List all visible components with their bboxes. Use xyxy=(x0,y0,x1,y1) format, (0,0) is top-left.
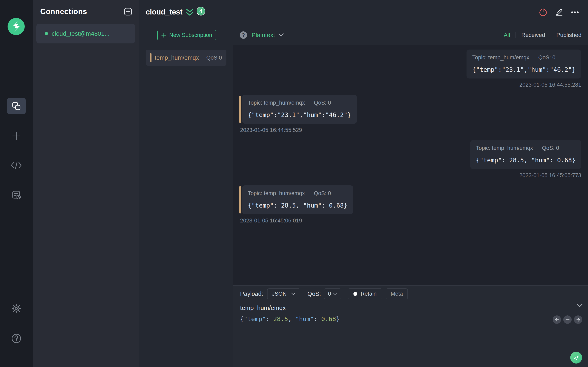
message-qos: QoS: 0 xyxy=(542,145,559,151)
gear-icon xyxy=(11,303,21,314)
payload-label: Payload: xyxy=(240,291,263,297)
history-next-button[interactable] xyxy=(574,315,582,324)
subscriptions-panel: New Subscription temp_hum/emqx QoS 0 xyxy=(139,25,233,367)
disconnect-button[interactable] xyxy=(538,7,548,17)
message-timestamp: 2023-01-05 16:45:05:773 xyxy=(519,172,581,179)
message-item: Topic: temp_hum/emqx QoS: 0 {"temp":"23.… xyxy=(239,95,581,133)
filter-divider xyxy=(551,32,551,38)
new-subscription-button[interactable]: New Subscription xyxy=(157,30,216,40)
log-icon xyxy=(11,190,21,200)
power-icon xyxy=(539,8,547,17)
ellipsis-icon xyxy=(571,8,579,17)
plus-icon xyxy=(11,131,21,141)
double-chevron-down-icon xyxy=(185,8,194,17)
messages-pane: ? Plaintext All Received Published xyxy=(233,25,588,367)
subscription-qos: QoS 0 xyxy=(206,55,222,61)
connection-header: cloud_test 4 xyxy=(139,0,588,25)
message-topic: Topic: temp_hum/emqx xyxy=(248,100,305,106)
message-topic: Topic: temp_hum/emqx xyxy=(476,145,533,151)
connections-title: Connections xyxy=(40,7,87,16)
mqttx-logo xyxy=(8,18,25,35)
meta-button[interactable]: Meta xyxy=(386,289,408,299)
icon-rail xyxy=(0,0,33,367)
message-qos: QoS: 0 xyxy=(314,190,331,197)
publish-toolbar: Payload: JSON QoS: 0 Retain xyxy=(240,289,408,299)
payload-format-selected: JSON xyxy=(272,291,287,297)
publish-topic-input[interactable]: temp_hum/emqx xyxy=(240,304,286,311)
message-qos: QoS: 0 xyxy=(538,54,555,61)
edit-connection-button[interactable] xyxy=(554,7,564,17)
qos-selected: 0 xyxy=(328,291,331,297)
message-payload: {"temp": 28.5, "hum": 0.68} xyxy=(476,157,576,164)
meta-label: Meta xyxy=(390,291,403,297)
qos-label: QoS: xyxy=(307,291,321,297)
plus-square-icon xyxy=(124,8,132,16)
filter-all[interactable]: All xyxy=(504,32,510,38)
message-bubble[interactable]: Topic: temp_hum/emqx QoS: 0 {"temp": 28.… xyxy=(242,185,353,214)
chevron-down-icon xyxy=(576,303,583,308)
sidebar-item-settings[interactable] xyxy=(0,299,33,318)
payload-format-help-icon[interactable]: ? xyxy=(240,31,247,39)
connections-icon xyxy=(11,101,22,111)
message-count-badge: 4 xyxy=(197,7,205,16)
sidebar-item-log[interactable] xyxy=(0,185,33,205)
message-bubble[interactable]: Topic: temp_hum/emqx QoS: 0 {"temp":"23.… xyxy=(467,50,581,78)
subscription-color-bar xyxy=(150,53,151,62)
message-filters: All Received Published xyxy=(504,32,581,38)
received-accent-bar xyxy=(239,186,241,213)
message-timestamp: 2023-01-05 16:44:55:281 xyxy=(519,82,581,88)
plus-icon xyxy=(161,33,166,38)
message-payload: {"temp":"23.1","hum":"46.2"} xyxy=(248,111,351,118)
connection-title: cloud_test xyxy=(146,8,182,16)
collapse-messages-toggle[interactable] xyxy=(185,8,194,18)
header-actions xyxy=(538,7,580,17)
history-remove-button[interactable] xyxy=(563,315,572,324)
minus-icon xyxy=(565,317,570,322)
connections-panel: Connections cloud_test@m4801... xyxy=(33,0,139,367)
sidebar-item-script[interactable] xyxy=(0,155,33,175)
history-prev-button[interactable] xyxy=(553,315,561,324)
message-topic: Topic: temp_hum/emqx xyxy=(472,54,529,61)
message-topic: Topic: temp_hum/emqx xyxy=(248,190,305,197)
subscription-item[interactable]: temp_hum/emqx QoS 0 xyxy=(146,50,226,66)
sidebar-item-help[interactable] xyxy=(0,329,33,348)
subscription-topic: temp_hum/emqx xyxy=(155,54,199,61)
filter-divider xyxy=(516,32,516,38)
message-timestamp: 2023-01-05 16:45:06:019 xyxy=(240,217,302,224)
retain-label: Retain xyxy=(361,291,376,297)
code-icon xyxy=(11,161,22,169)
send-button[interactable] xyxy=(570,352,582,364)
message-item: Topic: temp_hum/emqx QoS: 0 {"temp": 28.… xyxy=(239,140,581,179)
sidebar-item-connections[interactable] xyxy=(7,98,26,114)
lightning-bolt-icon xyxy=(11,21,21,32)
collapse-publish-toggle[interactable] xyxy=(576,303,583,309)
mqttx-app: Connections cloud_test@m4801... cloud_te… xyxy=(0,0,588,367)
chevron-down-icon xyxy=(291,292,296,295)
arrow-left-icon xyxy=(555,317,559,322)
arrow-right-icon xyxy=(576,317,580,322)
qos-dropdown[interactable]: 0 xyxy=(324,289,341,299)
connection-list-item[interactable]: cloud_test@m4801... xyxy=(36,24,135,43)
message-bubble[interactable]: Topic: temp_hum/emqx QoS: 0 {"temp":"23.… xyxy=(242,95,357,124)
sidebar-item-new-connection[interactable] xyxy=(0,126,33,146)
more-options-button[interactable] xyxy=(570,7,580,17)
payload-format-value: Plaintext xyxy=(251,32,275,39)
new-subscription-label: New Subscription xyxy=(169,32,212,38)
add-connection-button[interactable] xyxy=(124,8,132,16)
chevron-down-icon xyxy=(278,33,284,37)
publish-payload-editor[interactable]: {"temp": 28.5, "hum": 0.68} xyxy=(240,315,340,323)
message-timestamp: 2023-01-05 16:44:55:529 xyxy=(240,127,302,133)
message-bubble[interactable]: Topic: temp_hum/emqx QoS: 0 {"temp": 28.… xyxy=(470,140,581,169)
retain-dot-icon xyxy=(354,292,357,296)
filter-published[interactable]: Published xyxy=(556,32,581,38)
payload-format-select[interactable]: Plaintext xyxy=(251,32,284,39)
message-payload: {"temp":"23.1","hum":"46.2"} xyxy=(472,66,576,73)
retain-toggle[interactable]: Retain xyxy=(348,289,382,299)
message-payload: {"temp": 28.5, "hum": 0.68} xyxy=(248,202,347,209)
received-accent-bar xyxy=(239,96,241,123)
filter-received[interactable]: Received xyxy=(521,32,545,38)
payload-format-dropdown[interactable]: JSON xyxy=(267,289,300,299)
messages-subheader: ? Plaintext All Received Published xyxy=(233,25,588,45)
message-list[interactable]: Topic: temp_hum/emqx QoS: 0 {"temp":"23.… xyxy=(233,45,588,285)
payload-history-nav xyxy=(553,315,582,324)
